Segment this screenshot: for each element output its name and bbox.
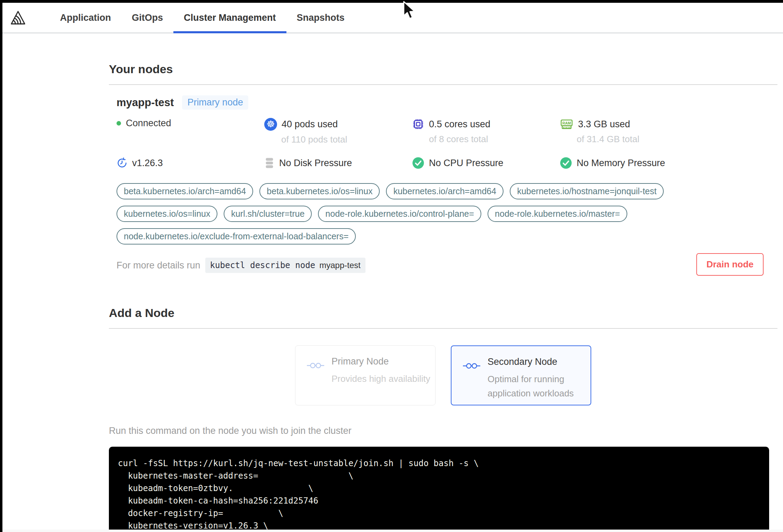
kubernetes-version: v1.26.3: [132, 158, 163, 169]
pods-used: 40 pods used: [282, 119, 338, 130]
node-label: kubernetes.io/os=linux: [117, 206, 217, 222]
memory-used: 3.3 GB used: [578, 119, 630, 130]
command-line: curl -fsSL https://kurl.sh/jq-new-test-u…: [118, 457, 769, 470]
memory-total: of 31.4 GB total: [577, 134, 777, 145]
primary-node-option[interactable]: Primary Node Provides high availability: [295, 345, 436, 405]
secondary-node-option-title: Secondary Node: [488, 357, 586, 367]
node-status: Connected: [126, 118, 171, 129]
cluster-management-page: Your nodes Drain node myapp-test Primary…: [2, 33, 783, 532]
node-label: node.kubernetes.io/exclude-from-external…: [117, 228, 356, 244]
admin-console-window: Application GitOps Cluster Management Sn…: [2, 3, 783, 532]
node-label: kurl.sh/cluster=true: [224, 206, 312, 222]
secondary-node-option-description: Optimal for running application workload…: [488, 372, 586, 401]
pods-total: of 110 pods total: [281, 134, 412, 145]
primary-node-option-description: Provides high availability: [332, 372, 430, 386]
tab-snapshots[interactable]: Snapshots: [286, 3, 355, 33]
add-node-title: Add a Node: [109, 306, 777, 320]
secondary-node-option[interactable]: Secondary Node Optimal for running appli…: [451, 345, 591, 405]
command-line: kubernetes-master-address= \: [118, 470, 769, 482]
tab-cluster-management[interactable]: Cluster Management: [173, 3, 286, 33]
cpu-pressure-label: No CPU Pressure: [429, 158, 504, 169]
join-command-instruction: Run this command on the node you wish to…: [109, 426, 777, 436]
drain-node-button[interactable]: Drain node: [696, 253, 764, 276]
kubectl-describe-command: kubectl describe node myapp-test: [205, 258, 365, 273]
node-type-options: Primary Node Provides high availability …: [109, 345, 777, 405]
nav-tabs: Application GitOps Cluster Management Sn…: [50, 3, 355, 33]
kubernetes-pods-icon: ☸: [264, 118, 277, 131]
tab-application[interactable]: Application: [50, 3, 121, 33]
connected-status-dot-icon: [117, 121, 121, 126]
your-nodes-title: Your nodes: [109, 62, 777, 76]
primary-node-option-title: Primary Node: [332, 356, 430, 367]
disk-pressure-label: No Disk Pressure: [279, 158, 352, 169]
cpu-icon: [412, 118, 424, 130]
node-card-myapp-test: Drain node myapp-test Primary node Conne…: [109, 95, 777, 273]
command-line: docker-registry-ip= \: [118, 507, 769, 520]
node-label: beta.kubernetes.io/arch=amd64: [117, 183, 253, 199]
node-name: myapp-test: [117, 96, 174, 109]
tab-gitops[interactable]: GitOps: [121, 3, 173, 33]
ram-icon: RAM: [560, 118, 574, 130]
replicated-logo[interactable]: [10, 3, 26, 33]
node-link-icon: [307, 362, 325, 369]
mouse-cursor: [402, 1, 418, 22]
command-line: kubeadm-token=0ztbvy. \: [118, 482, 769, 495]
primary-node-badge: Primary node: [182, 95, 248, 110]
kubectl-command-text: kubectl describe node: [210, 260, 315, 270]
details-hint-text: For more details run: [117, 260, 200, 271]
memory-pressure-label: No Memory Pressure: [577, 158, 665, 169]
cores-total: of 8 cores total: [429, 134, 560, 145]
cpu-pressure-check-icon: [412, 157, 424, 169]
node-label: kubernetes.io/hostname=jonquil-test: [510, 183, 664, 199]
node-label: node-role.kubernetes.io/control-plane=: [318, 206, 481, 222]
add-node-divider: [109, 328, 777, 329]
cores-used: 0.5 cores used: [429, 119, 490, 130]
top-nav: Application GitOps Cluster Management Sn…: [2, 3, 783, 33]
join-command-terminal: curl -fsSL https://kurl.sh/jq-new-test-u…: [109, 447, 769, 532]
bottom-edge: [2, 530, 783, 532]
kubectl-command-node-name: myapp-test: [319, 260, 361, 270]
disk-icon: [264, 157, 275, 169]
command-line: kubeadm-token-ca-hash=sha256:221d25746: [118, 495, 769, 507]
node-labels: beta.kubernetes.io/arch=amd64 beta.kuber…: [117, 183, 706, 244]
memory-pressure-check-icon: [560, 157, 572, 169]
your-nodes-divider: [109, 84, 777, 85]
node-label: beta.kubernetes.io/os=linux: [259, 183, 380, 199]
node-link-icon: [463, 362, 481, 370]
node-label: node-role.kubernetes.io/master=: [488, 206, 627, 222]
svg-text:RAM: RAM: [562, 121, 571, 125]
node-label: kubernetes.io/arch=amd64: [386, 183, 504, 199]
version-update-icon: [117, 157, 128, 169]
